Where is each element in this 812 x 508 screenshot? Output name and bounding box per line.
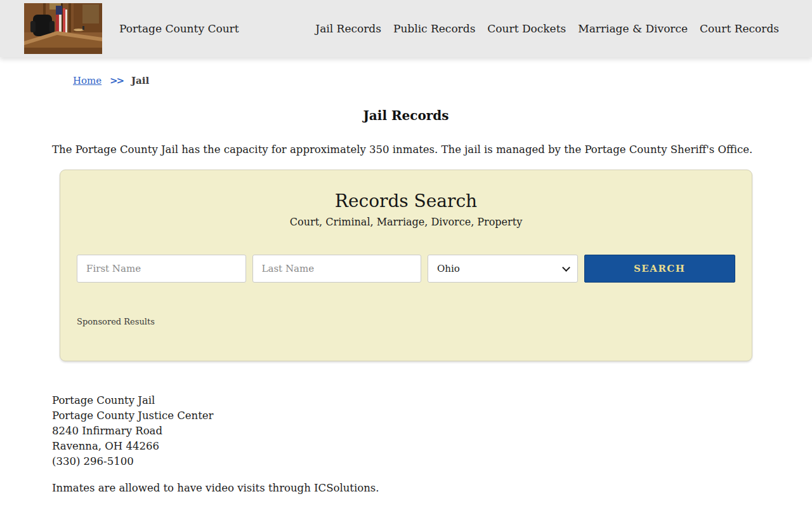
nav-jail-records[interactable]: Jail Records [315,22,381,35]
records-search-subtitle: Court, Criminal, Marriage, Divorce, Prop… [77,216,735,228]
breadcrumb-home-link[interactable]: Home [73,75,102,86]
records-search-form: Ohio SEARCH [77,255,735,283]
site-title: Portage County Court [119,22,239,35]
last-name-input[interactable] [252,255,422,283]
address-line-phone: (330) 296-5100 [52,454,760,469]
records-search-title: Records Search [77,190,735,211]
state-select-wrap: Ohio [428,255,578,283]
address-line-city: Ravenna, OH 44266 [52,439,760,454]
address-line-building: Portage County Justice Center [52,408,760,424]
nav-marriage-divorce[interactable]: Marriage & Divorce [578,22,688,35]
first-name-input[interactable] [77,255,246,283]
breadcrumb: Home >> Jail [0,57,812,86]
search-button[interactable]: SEARCH [584,255,736,283]
nav-court-dockets[interactable]: Court Dockets [487,22,566,35]
sponsored-results-label: Sponsored Results [77,317,735,326]
site-header: Portage County Court Jail Records Public… [0,0,812,57]
address-line-name: Portage County Jail [52,393,760,408]
nav-court-records[interactable]: Court Records [700,22,779,35]
nav-public-records[interactable]: Public Records [393,22,475,35]
address-line-street: 8240 Infirmary Road [52,424,760,439]
video-visits-note: Inmates are allowed to have video visits… [52,482,760,494]
main-content: Jail Records The Portage County Jail has… [0,108,812,494]
state-select[interactable]: Ohio [428,255,578,283]
jail-address-block: Portage County Jail Portage County Justi… [52,393,760,469]
records-search-panel: Records Search Court, Criminal, Marriage… [60,170,752,361]
page-title: Jail Records [52,108,760,123]
breadcrumb-current: Jail [131,75,149,86]
main-nav: Jail Records Public Records Court Docket… [315,22,779,35]
breadcrumb-separator: >> [110,75,123,86]
courtroom-logo-image [24,3,102,54]
intro-paragraph: The Portage County Jail has the capacity… [52,144,760,156]
courtroom-logo [24,3,102,54]
